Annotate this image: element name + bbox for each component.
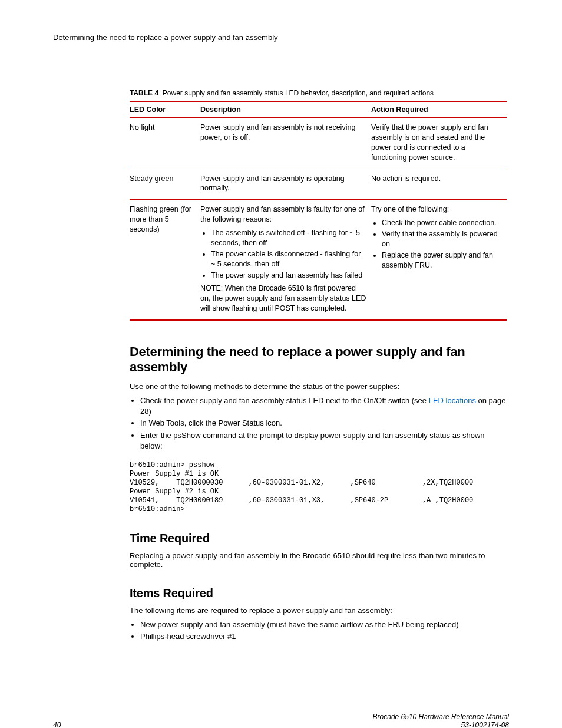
table-header: Action Required <box>371 101 507 118</box>
footer-docnum: 53-1002174-08 <box>373 721 509 728</box>
led-color-cell: Steady green <box>130 169 200 200</box>
text: Check the power supply and fan assembly … <box>140 396 429 405</box>
page-footer: 40 Brocade 6510 Hardware Reference Manua… <box>53 713 509 728</box>
list-item: In Web Tools, click the Power Status ico… <box>140 418 507 429</box>
section-heading-determining: Determining the need to replace a power … <box>130 344 507 375</box>
table-row: Flashing green (for more than 5 seconds)… <box>130 200 507 320</box>
table-row: No light Power supply and fan assembly i… <box>130 118 507 169</box>
running-header: Determining the need to replace a power … <box>53 33 509 42</box>
list-item: Check the power supply and fan assembly … <box>140 396 507 417</box>
section1-intro: Use one of the following methods to dete… <box>130 382 507 391</box>
list-item: The power cable is disconnected - flashi… <box>211 249 366 269</box>
description-cell: Power supply and fan assembly is not rec… <box>200 118 371 169</box>
section-heading-items-required: Items Required <box>130 587 507 600</box>
desc-note: NOTE: When the Brocade 6510 is first pow… <box>200 284 366 314</box>
code-block-psshow: br6510:admin> psshow Power Supply #1 is … <box>130 461 507 514</box>
table-caption: TABLE 4 Power supply and fan assembly st… <box>130 89 507 97</box>
section3-intro: The following items are required to repl… <box>130 606 507 615</box>
action-cell: Verify that the power supply and fan ass… <box>371 118 507 169</box>
list-item: Verify that the assembly is powered on <box>382 229 502 249</box>
list-item: New power supply and fan assembly (must … <box>140 620 507 630</box>
list-item: Replace the power supply and fan assembl… <box>382 251 502 271</box>
table-caption-label: TABLE 4 <box>130 89 158 97</box>
section-heading-time-required: Time Required <box>130 532 507 545</box>
list-item: The power supply and fan assembly has fa… <box>211 271 366 281</box>
link-led-locations[interactable]: LED locations <box>429 396 476 405</box>
action-cell: Try one of the following: Check the powe… <box>371 200 507 320</box>
page-number: 40 <box>53 721 61 728</box>
table-header: LED Color <box>130 101 200 118</box>
list-item: Enter the psShow command at the prompt t… <box>140 430 507 452</box>
table-row: Steady green Power supply and fan assemb… <box>130 169 507 200</box>
table-header: Description <box>200 101 371 118</box>
description-cell: Power supply and fan assembly is operati… <box>200 169 371 200</box>
footer-title: Brocade 6510 Hardware Reference Manual <box>373 713 509 721</box>
led-color-cell: Flashing green (for more than 5 seconds) <box>130 200 200 320</box>
list-item: Check the power cable connection. <box>382 218 502 228</box>
section2-body: Replacing a power supply and fan assembl… <box>130 551 507 569</box>
list-item: Phillips-head screwdriver #1 <box>140 631 507 642</box>
action-cell: No action is required. <box>371 169 507 200</box>
led-status-table: LED Color Description Action Required No… <box>130 101 507 321</box>
table-caption-text: Power supply and fan assembly status LED… <box>163 89 434 97</box>
action-intro: Try one of the following: <box>371 205 502 215</box>
description-cell: Power supply and fan assembly is faulty … <box>200 200 371 320</box>
led-color-cell: No light <box>130 118 200 169</box>
list-item: The assembly is switched off - flashing … <box>211 228 366 248</box>
desc-intro: Power supply and fan assembly is faulty … <box>200 205 366 225</box>
